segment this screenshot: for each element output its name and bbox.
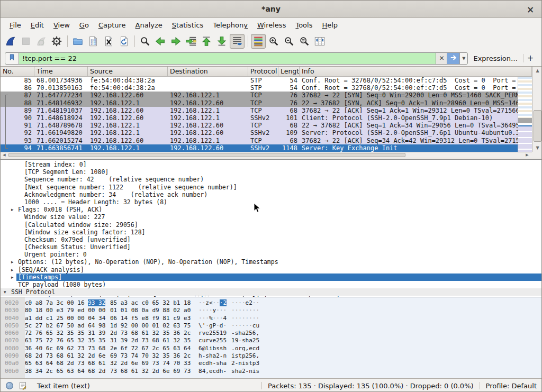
packet-row-86[interactable]: 8670.013850163fe:54:00:d4:38:2aSTP54Conf…	[1, 84, 518, 92]
detail-item[interactable]: TCP payload (1080 bytes)	[1, 281, 541, 288]
hex-row-00b0[interactable]: 00b038 34 2c 65 63 64 68 2d73 68 61 32 2…	[1, 368, 541, 375]
status-profile[interactable]: Profile: Default	[486, 382, 537, 390]
start-capture-button[interactable]	[3, 34, 18, 49]
expression-button[interactable]: Expression…	[468, 54, 523, 62]
expand-icon[interactable]: ▸	[11, 274, 14, 281]
resize-columns-button[interactable]	[312, 34, 327, 49]
filter-clear-button[interactable]: ✕	[436, 53, 447, 64]
packet-list-vscrollbar[interactable]: ▲ ▼	[532, 67, 542, 152]
filter-bookmark-button[interactable]	[5, 53, 19, 64]
column-header-length[interactable]: Length	[278, 67, 300, 76]
capture-comment-button[interactable]	[19, 381, 27, 390]
column-header-time[interactable]: Time	[34, 67, 88, 76]
find-packet-button[interactable]	[138, 34, 152, 49]
expert-info-button[interactable]	[5, 381, 14, 390]
scroll-left-icon[interactable]: ◀	[1, 152, 8, 158]
column-header-no[interactable]: No.	[1, 67, 34, 76]
menu-tools[interactable]: Tools	[291, 19, 317, 31]
packet-row-94[interactable]: 9471.663856741192.168.122.1192.168.122.6…	[1, 144, 518, 152]
colorize-button[interactable]	[251, 34, 266, 49]
detail-item[interactable]: Checksum: 0x79ed [unverified]	[1, 236, 541, 243]
go-last-button[interactable]	[214, 34, 229, 49]
hex-row-0050[interactable]: 00505c 27 b2 67 50 ad 64 981d 92 00 00 0…	[1, 322, 541, 330]
column-header-protocol[interactable]: Protocol	[248, 67, 278, 76]
menu-edit[interactable]: Edit	[26, 19, 49, 31]
packet-list-minimap[interactable]	[518, 77, 532, 152]
packet-row-90[interactable]: 9071.648618924192.168.122.60192.168.122.…	[1, 114, 518, 122]
capture-options-button[interactable]	[49, 34, 64, 49]
column-header-destination[interactable]: Destination	[168, 67, 248, 76]
packet-row-87[interactable]: 8771.647777234192.168.122.60192.168.122.…	[1, 92, 518, 99]
detail-item[interactable]: ▸[SEQ/ACK analysis]	[1, 266, 541, 274]
expand-icon[interactable]: ▸	[11, 206, 14, 213]
expand-icon[interactable]: ▸	[11, 258, 14, 266]
display-filter-input[interactable]	[19, 53, 436, 64]
menu-capture[interactable]: Capture	[94, 19, 131, 31]
detail-item[interactable]: ▸Options: (12 bytes), No-Operation (NOP)…	[1, 258, 541, 266]
detail-item[interactable]: [Window size scaling factor: 128]	[1, 229, 541, 236]
packet-row-88[interactable]: 8871.648146932192.168.122.1192.168.122.6…	[1, 99, 518, 107]
scroll-up-icon[interactable]: ▲	[532, 67, 542, 75]
vscroll-thumb[interactable]	[534, 110, 541, 142]
detail-item[interactable]: Sequence number: 42 (relative sequence n…	[1, 176, 541, 183]
hex-row-0030[interactable]: 003080 18 00 e3 79 ed 00 0001 01 08 0a d…	[1, 307, 541, 314]
menu-statistics[interactable]: Statistics	[167, 19, 208, 31]
detail-item[interactable]: [TCP Segment Len: 1080]	[1, 168, 541, 176]
column-header-source[interactable]: Source	[88, 67, 168, 76]
menu-view[interactable]: View	[49, 19, 75, 31]
hex-row-0080[interactable]: 008036 40 6c 69 62 73 73 682e 6f 72 67 2…	[1, 345, 541, 352]
hex-row-0090[interactable]: 009068 2d 73 68 61 32 2d 6e69 73 74 70 3…	[1, 352, 541, 360]
detail-item[interactable]: [Next sequence number: 1122 (relative se…	[1, 184, 541, 191]
go-forward-button[interactable]	[168, 34, 183, 49]
hex-row-0060[interactable]: 006072 76 65 32 35 35 31 392d 73 68 61 3…	[1, 330, 541, 337]
menu-go[interactable]: Go	[75, 19, 94, 31]
hex-row-00a0[interactable]: 00a065 63 64 68 2d 73 68 6132 2d 6e 69 7…	[1, 360, 541, 367]
scroll-right-icon[interactable]: ▶	[523, 152, 531, 158]
hex-row-0020[interactable]: 0020c0 a8 7a 3c 00 16 93 3285 a3 ac c0 6…	[1, 299, 541, 307]
zoom-in-button[interactable]	[266, 34, 281, 49]
zoom-out-button[interactable]	[282, 34, 296, 49]
reload-file-button[interactable]	[116, 34, 131, 49]
hex-row-0070[interactable]: 007063 75 72 76 65 32 35 3531 39 2d 73 6…	[1, 337, 541, 344]
column-header-info[interactable]: Info	[300, 67, 532, 76]
packet-row-85[interactable]: 8568.001734936fe:54:00:d4:38:2aSTP54Conf…	[1, 77, 518, 84]
menu-file[interactable]: File	[5, 19, 26, 31]
detail-item[interactable]: [Calculated window size: 29056]	[1, 221, 541, 229]
go-back-button[interactable]	[153, 34, 168, 49]
collapse-icon[interactable]: ▾	[4, 288, 6, 296]
detail-item[interactable]: ▾SSH Protocol	[1, 288, 541, 296]
detail-item[interactable]: Urgent pointer: 0	[1, 251, 541, 258]
menu-help[interactable]: Help	[317, 19, 342, 31]
detail-item[interactable]: ▸Flags: 0x018 (PSH, ACK)	[1, 206, 541, 213]
go-to-packet-button[interactable]	[184, 34, 198, 49]
detail-item[interactable]: [Checksum Status: Unverified]	[1, 243, 541, 251]
add-filter-button[interactable]: +	[523, 53, 537, 63]
packet-row-91[interactable]: 9171.648789678192.168.122.1192.168.122.6…	[1, 122, 518, 129]
expand-icon[interactable]: ▸	[11, 266, 14, 274]
detail-item[interactable]: Acknowledgment number: 34 (relative ack …	[1, 191, 541, 198]
zoom-reset-button[interactable]	[297, 34, 312, 49]
auto-scroll-button[interactable]	[230, 34, 245, 49]
go-first-button[interactable]	[199, 34, 214, 49]
packet-row-89[interactable]: 8971.648191037192.168.122.60192.168.122.…	[1, 107, 518, 114]
detail-item[interactable]: [Stream index: 0]	[1, 161, 541, 168]
packet-row-92[interactable]: 9271.661949820192.168.122.1192.168.122.6…	[1, 129, 518, 136]
save-file-button[interactable]: 010101100111	[86, 34, 101, 49]
menu-analyze[interactable]: Analyze	[131, 19, 167, 31]
detail-item[interactable]: Window size value: 227	[1, 213, 541, 221]
filter-dropdown-button[interactable]: ▼	[459, 53, 467, 64]
menu-wireless[interactable]: Wireless	[252, 19, 291, 31]
filter-apply-button[interactable]	[447, 53, 459, 64]
close-window-button[interactable]: ×	[525, 4, 536, 15]
packet-row-93[interactable]: 9371.662015274192.168.122.60192.168.122.…	[1, 137, 518, 144]
scroll-down-icon[interactable]: ▼	[532, 144, 542, 152]
hscroll-thumb[interactable]	[8, 153, 405, 157]
detail-item[interactable]: ▸[Timestamps]	[1, 274, 541, 281]
open-file-button[interactable]	[70, 34, 85, 49]
close-file-button[interactable]	[101, 34, 116, 49]
packet-list-hscrollbar[interactable]: ◀ ▶	[1, 152, 532, 158]
menu-telephony[interactable]: Telephony	[208, 19, 252, 31]
hex-row-0040[interactable]: 0040a1 dd c1 25 00 00 04 3406 14 f5 e8 f…	[1, 315, 541, 322]
detail-item[interactable]: 1000 .... = Header Length: 32 bytes (8)	[1, 198, 541, 206]
pane-splitter-handle[interactable]: ·····	[191, 293, 214, 299]
